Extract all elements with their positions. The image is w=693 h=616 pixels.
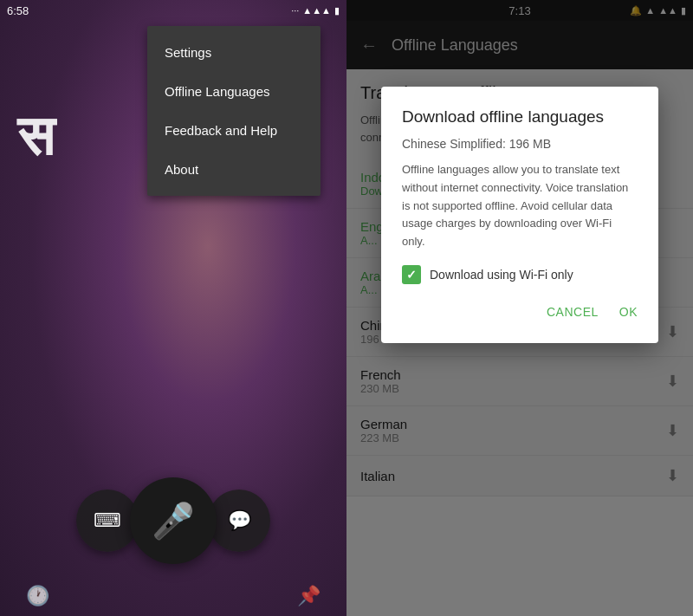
microphone-icon: 🎤 <box>152 503 195 538</box>
check-mark: ✓ <box>406 268 417 282</box>
chat-button[interactable]: 💬 <box>208 490 270 552</box>
clock-icon[interactable]: 🕐 <box>26 585 49 607</box>
chat-icon: 💬 <box>228 509 251 532</box>
menu-item-about[interactable]: About <box>147 150 321 189</box>
microphone-button[interactable]: 🎤 <box>130 477 217 564</box>
sanskrit-character: स <box>17 104 55 169</box>
left-status-icons: ··· ▲▲▲ ▮ <box>291 5 340 16</box>
download-dialog: Download offline languages Chinese Simpl… <box>381 87 658 343</box>
ok-button[interactable]: OK <box>619 302 638 322</box>
cancel-button[interactable]: CANCEL <box>547 302 599 322</box>
wifi-checkbox[interactable]: ✓ <box>402 265 421 284</box>
signal-bars: ▲▲▲ <box>302 5 331 16</box>
dropdown-menu: Settings Offline Languages Feedback and … <box>147 26 321 196</box>
left-status-bar: 6:58 ··· ▲▲▲ ▮ <box>0 0 346 21</box>
dialog-overlay: Download offline languages Chinese Simpl… <box>346 0 693 616</box>
checkbox-row: ✓ Download using Wi-Fi only <box>402 265 638 284</box>
dialog-description: Offline languages allow you to translate… <box>402 161 638 251</box>
signal-dots: ··· <box>291 5 299 16</box>
dialog-title: Download offline languages <box>402 107 638 126</box>
right-panel: 7:13 🔔 ▲ ▲▲ ▮ ← Offline Languages Transl… <box>346 0 693 616</box>
pin-icon[interactable]: 📌 <box>297 585 321 607</box>
checkbox-label: Download using Wi-Fi only <box>430 268 573 282</box>
menu-item-offline-languages[interactable]: Offline Languages <box>147 72 321 111</box>
menu-item-settings[interactable]: Settings <box>147 33 321 72</box>
keyboard-icon: ⌨ <box>94 509 121 532</box>
left-panel: 6:58 ··· ▲▲▲ ▮ स Settings Offline Langua… <box>0 0 346 616</box>
left-time: 6:58 <box>7 4 29 17</box>
dialog-size: Chinese Simplified: 196 MB <box>402 137 638 151</box>
bottom-bar: 🕐 📌 <box>0 585 346 607</box>
menu-item-feedback[interactable]: Feedback and Help <box>147 111 321 150</box>
bottom-controls: ⌨ 🎤 💬 <box>0 477 346 564</box>
battery-icon: ▮ <box>334 5 340 16</box>
dialog-buttons: CANCEL OK <box>402 302 638 322</box>
